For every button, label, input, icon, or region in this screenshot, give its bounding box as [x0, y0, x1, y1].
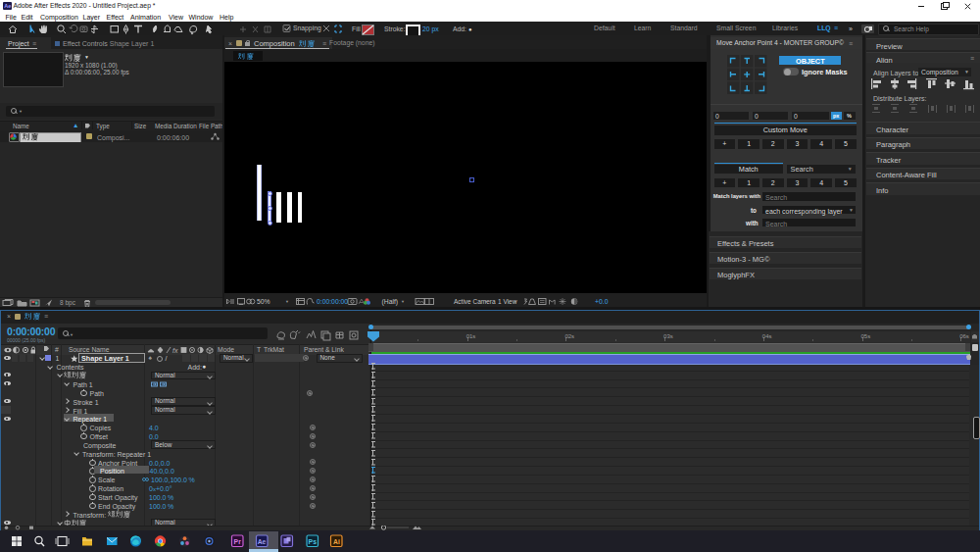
svg-text:Ae: Ae	[258, 538, 267, 545]
svg-text:Pr: Pr	[234, 538, 242, 545]
svg-text:fx: fx	[172, 347, 178, 354]
svg-text:Ps: Ps	[309, 538, 318, 545]
svg-text:Ai: Ai	[333, 538, 340, 545]
